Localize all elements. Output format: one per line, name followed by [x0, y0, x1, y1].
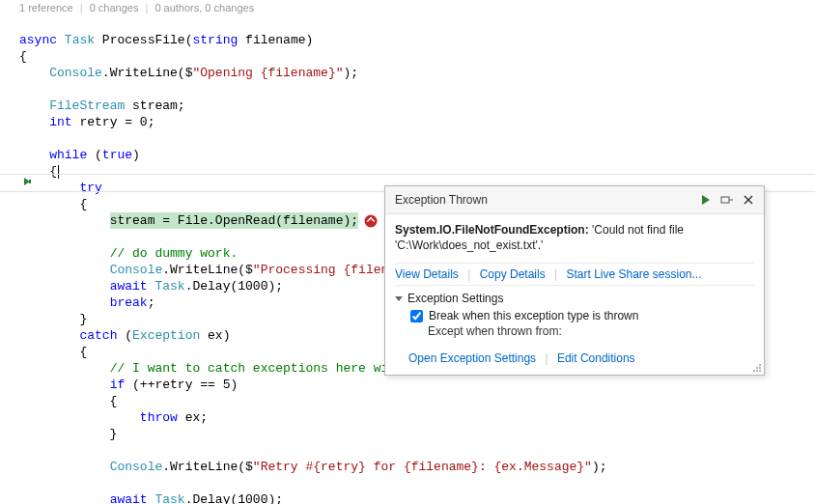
keyword-while: while — [49, 148, 87, 162]
close-icon[interactable] — [741, 192, 756, 208]
break-checkbox-row[interactable]: Break when this exception type is thrown — [410, 309, 754, 322]
view-details-link[interactable]: View Details — [395, 267, 459, 281]
open-exception-settings-link[interactable]: Open Exception Settings — [408, 351, 536, 365]
codelens-changes[interactable]: 0 changes — [90, 2, 139, 14]
keyword-int: int — [49, 115, 71, 129]
keyword-if: if — [110, 378, 126, 392]
svg-point-9 — [756, 367, 758, 369]
error-icon[interactable] — [364, 214, 378, 228]
exception-line-highlight: stream = File.OpenRead(filename); — [110, 212, 358, 229]
exception-popup-title: Exception Thrown — [395, 193, 692, 207]
type-task: Task — [65, 33, 95, 47]
svg-point-0 — [365, 214, 378, 227]
keyword-true: true — [102, 148, 132, 162]
exception-footer-links: Open Exception Settings | Edit Condition… — [395, 344, 754, 369]
string-literal: "Processing {filen — [253, 263, 388, 277]
keyword-await: await — [110, 279, 148, 294]
type-task: Task — [148, 492, 185, 504]
codelens-authors[interactable]: 0 authors, 0 changes — [155, 2, 254, 14]
string-literal: "Opening {filename}" — [192, 66, 343, 80]
method-name: ProcessFile — [102, 33, 185, 47]
comment: // do dummy work. — [110, 246, 239, 261]
codelens-sep: | — [80, 2, 83, 14]
comment: // I want to catch exceptions here wit — [110, 361, 396, 376]
except-when-label: Except when thrown from: — [428, 324, 754, 338]
break-checkbox-label: Break when this exception type is thrown — [429, 309, 638, 322]
type-exception: Exception — [132, 328, 200, 343]
break-checkbox[interactable] — [410, 310, 423, 322]
keyword-try: try — [79, 181, 101, 195]
copy-details-link[interactable]: Copy Details — [480, 267, 546, 281]
keyword-string: string — [193, 33, 239, 47]
keyword-break: break — [110, 295, 148, 310]
type-filestream: FileStream — [49, 98, 125, 113]
type-task: Task — [148, 279, 185, 294]
svg-point-10 — [759, 367, 761, 369]
type-console: Console — [110, 263, 163, 277]
type-console: Console — [110, 460, 163, 474]
execution-pointer-icon — [23, 176, 35, 187]
svg-point-13 — [759, 370, 761, 372]
codelens-sep: | — [145, 2, 148, 14]
keyword-catch: catch — [79, 328, 117, 343]
exception-settings-section: Exception Settings Break when this excep… — [395, 286, 754, 344]
chevron-down-icon — [395, 296, 403, 301]
exception-popup-header[interactable]: Exception Thrown — [385, 186, 764, 214]
exception-message: System.IO.FileNotFoundException: 'Could … — [395, 222, 754, 253]
keyword-async: async — [19, 33, 57, 47]
line-divider — [0, 174, 815, 175]
svg-rect-3 — [29, 180, 31, 183]
pin-icon[interactable] — [719, 192, 735, 208]
edit-conditions-link[interactable]: Edit Conditions — [557, 351, 635, 365]
exception-settings-header[interactable]: Exception Settings — [395, 292, 754, 305]
string-literal: "Retry #{retry} for {filename}: {ex.Mess… — [253, 460, 592, 474]
codelens-ref[interactable]: 1 reference — [19, 2, 73, 14]
exception-popup-body: System.IO.FileNotFoundException: 'Could … — [385, 214, 764, 375]
live-share-link[interactable]: Start Live Share session... — [566, 267, 701, 281]
svg-rect-4 — [721, 197, 729, 203]
svg-point-12 — [756, 370, 758, 372]
exception-type: System.IO.FileNotFoundException: — [395, 223, 589, 237]
resize-grip-icon[interactable] — [750, 361, 762, 373]
exception-popup[interactable]: Exception Thrown System.IO.FileNotFoundE… — [384, 185, 765, 376]
type-console: Console — [49, 66, 102, 80]
keyword-throw: throw — [140, 410, 178, 425]
exception-settings-label: Exception Settings — [408, 292, 503, 305]
svg-point-11 — [753, 370, 755, 372]
text-caret — [58, 165, 59, 179]
svg-point-8 — [759, 364, 761, 366]
keyword-await: await — [110, 492, 148, 504]
codelens-bar: 1 reference | 0 changes | 0 authors, 0 c… — [0, 0, 815, 15]
exception-links-row: View Details | Copy Details | Start Live… — [395, 263, 754, 286]
continue-button[interactable] — [698, 192, 714, 208]
